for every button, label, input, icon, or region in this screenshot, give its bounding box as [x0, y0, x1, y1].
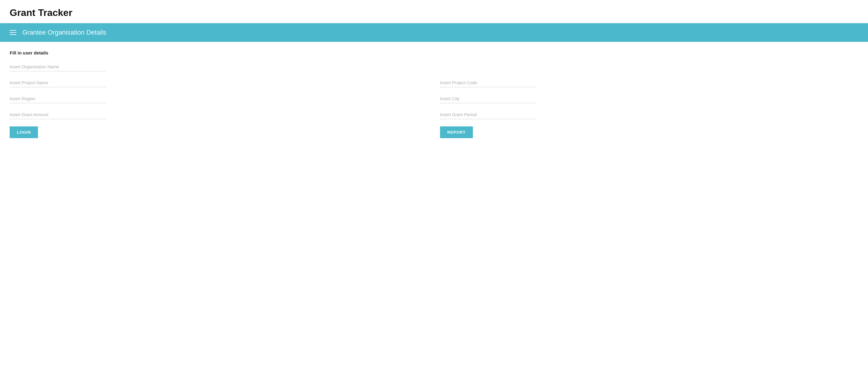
project-name-field — [10, 78, 428, 87]
region-input[interactable] — [10, 95, 106, 103]
header-title: Grantee Organisation Details — [22, 29, 106, 36]
grant-amount-input[interactable] — [10, 110, 106, 119]
app-title: Grant Tracker — [0, 0, 868, 23]
project-name-input[interactable] — [10, 78, 106, 87]
project-code-input[interactable] — [440, 78, 536, 87]
login-button[interactable]: LOGIN — [10, 127, 38, 138]
grant-period-field — [440, 110, 858, 119]
grant-amount-field — [10, 110, 428, 119]
organisation-name-field — [10, 63, 858, 71]
organisation-name-input[interactable] — [10, 63, 106, 71]
city-field — [440, 95, 858, 103]
grant-period-input[interactable] — [440, 110, 536, 119]
report-button[interactable]: REPORT — [440, 127, 473, 138]
header-bar: Grantee Organisation Details — [0, 23, 868, 42]
city-input[interactable] — [440, 95, 536, 103]
hamburger-icon[interactable] — [10, 30, 16, 35]
project-code-field — [440, 78, 858, 87]
form-subtitle: Fill in user details — [10, 50, 858, 56]
region-field — [10, 95, 428, 103]
